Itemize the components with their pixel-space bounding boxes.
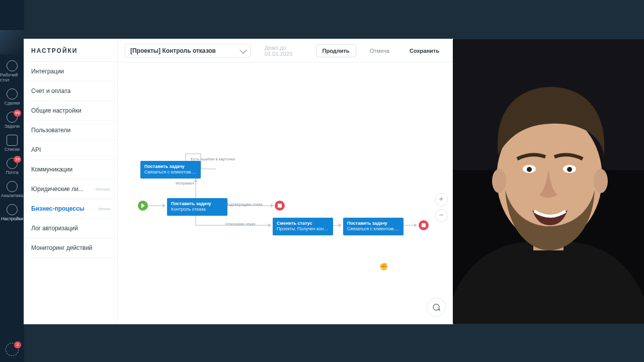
settings-item-integrations[interactable]: Интеграции — [24, 62, 117, 81]
deals-icon — [7, 88, 18, 100]
crm-left-rail: Рабочий стол Сделки Задачи99 Списки Почт… — [0, 0, 24, 362]
bp-editor: [Проекты] Контроль отказов Демо до 01.01… — [118, 39, 453, 324]
flow-stop-node-2[interactable] — [419, 220, 429, 230]
chat-icon — [432, 303, 441, 312]
rail-item-deals[interactable]: Сделки — [0, 85, 24, 109]
rail-chat-icon[interactable]: 2 — [6, 343, 19, 356]
rail-item-tasks[interactable]: Задачи99 — [0, 109, 24, 132]
bp-canvas[interactable]: Поставить задачу Связаться с клиентом. И… — [118, 62, 453, 324]
rail-item-settings[interactable]: Настройки — [0, 201, 24, 224]
presenter-webcam — [453, 39, 644, 324]
bp-topbar: [Проекты] Контроль отказов Демо до 01.01… — [118, 39, 453, 62]
flow-stop-node-1[interactable] — [275, 201, 285, 211]
settings-item-bp[interactable]: Бизнес-процессыSensei — [24, 199, 117, 219]
settings-window: НАСТРОЙКИ Интеграции Счет и оплата Общие… — [24, 39, 453, 324]
settings-item-billing[interactable]: Счет и оплата — [24, 81, 117, 101]
cancel-button[interactable]: Отмена — [363, 44, 396, 57]
chat-badge: 2 — [14, 341, 21, 348]
grab-cursor-icon: ✊ — [379, 262, 388, 270]
rail-item-desktop[interactable]: Рабочий стол — [0, 57, 24, 85]
svg-point-7 — [567, 167, 572, 172]
lists-icon — [7, 135, 18, 146]
settings-item-communications[interactable]: Коммуникации — [24, 160, 117, 179]
zoom-out-button[interactable]: − — [435, 209, 448, 222]
demo-until-label: Демо до 01.01.2020 — [265, 45, 309, 57]
save-button[interactable]: Сохранить — [403, 44, 446, 57]
mail-badge: 19 — [14, 156, 21, 163]
chat-fab[interactable] — [427, 298, 446, 317]
desktop-icon — [7, 60, 18, 71]
flow-start-node[interactable] — [138, 201, 148, 211]
flow-label-fixed: Исправил — [176, 181, 194, 186]
user-avatar[interactable] — [0, 30, 24, 54]
settings-item-authlog[interactable]: Лог авторизаций — [24, 219, 117, 238]
settings-item-api[interactable]: API — [24, 140, 117, 160]
extend-button[interactable]: Продлить — [316, 44, 356, 57]
tasks-badge: 99 — [14, 110, 21, 117]
flow-label-card-errors: Есть ошибки в карточке — [191, 157, 235, 161]
settings-icon — [7, 204, 18, 215]
flow-label-confirm: Подтверждаю отказ — [225, 202, 263, 207]
process-name: [Проекты] Контроль отказов — [130, 47, 216, 54]
flow-label-reject: Отклоняю отказ — [225, 222, 255, 226]
process-selector[interactable]: [Проекты] Контроль отказов — [125, 44, 251, 58]
settings-item-users[interactable]: Пользователи — [24, 121, 117, 140]
analytics-icon — [7, 181, 18, 192]
rail-item-analytics[interactable]: Аналитика — [0, 178, 24, 201]
flow-node-task-push[interactable]: Поставить задачу Связаться с клиентом. Д… — [343, 218, 404, 235]
flow-wires — [118, 62, 453, 324]
rail-item-lists[interactable]: Списки — [0, 132, 24, 155]
chevron-down-icon — [239, 46, 247, 53]
zoom-controls: + − — [435, 193, 448, 225]
svg-point-8 — [492, 169, 506, 193]
settings-item-monitor[interactable]: Мониторинг действий — [24, 238, 117, 258]
settings-title: НАСТРОЙКИ — [24, 39, 117, 62]
zoom-in-button[interactable]: + — [435, 193, 448, 206]
settings-sidebar: НАСТРОЙКИ Интеграции Счет и оплата Общие… — [24, 39, 118, 324]
rail-item-mail[interactable]: Почта19 — [0, 155, 24, 178]
svg-point-6 — [527, 167, 532, 172]
settings-item-general[interactable]: Общие настройки — [24, 101, 117, 121]
flow-node-task-contact-fix[interactable]: Поставить задачу Связаться с клиентом. И… — [140, 161, 201, 178]
svg-point-9 — [594, 169, 608, 193]
flow-node-task-control[interactable]: Поставить задачу Контроль отказа — [167, 198, 227, 216]
flow-node-change-status[interactable]: Сменить статус Проекты. Получен контакт — [273, 218, 333, 235]
settings-item-legal[interactable]: Юридические ли...Introvert — [24, 179, 117, 199]
